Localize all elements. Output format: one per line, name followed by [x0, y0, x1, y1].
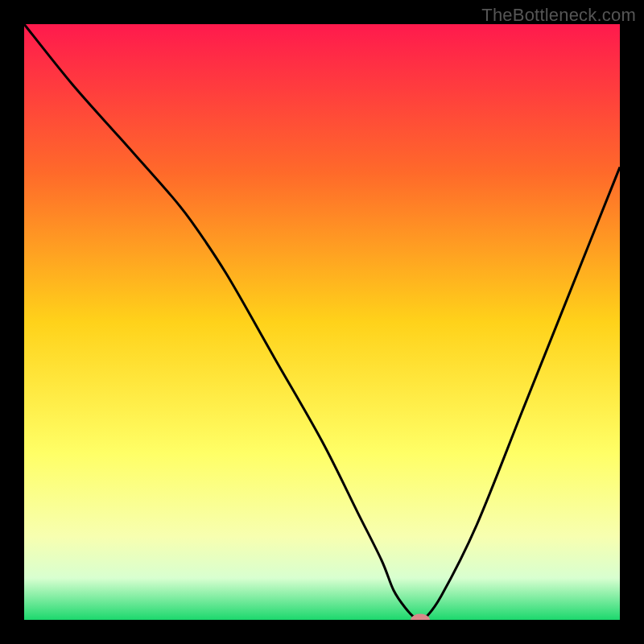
plot-area — [24, 24, 620, 620]
chart-svg — [24, 24, 620, 620]
watermark-text: TheBottleneck.com — [481, 5, 636, 26]
chart-frame: TheBottleneck.com — [0, 0, 644, 644]
gradient-background — [24, 24, 620, 620]
